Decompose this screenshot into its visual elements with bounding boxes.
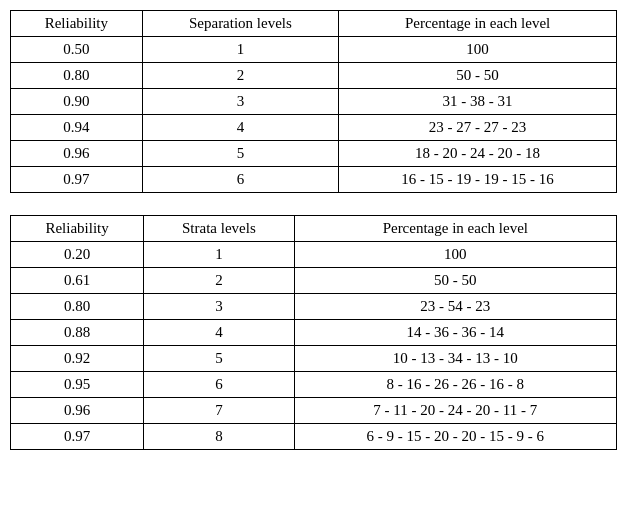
reliability-cell: 0.20 bbox=[11, 242, 144, 268]
table1-header-separation: Separation levels bbox=[142, 11, 339, 37]
percentage-cell: 23 - 27 - 27 - 23 bbox=[339, 115, 617, 141]
percentage-cell: 7 - 11 - 20 - 24 - 20 - 11 - 7 bbox=[294, 398, 616, 424]
table-gap bbox=[10, 203, 617, 215]
table-row: 0.201100 bbox=[11, 242, 617, 268]
table-row: 0.80250 - 50 bbox=[11, 63, 617, 89]
table-row: 0.9677 - 11 - 20 - 24 - 20 - 11 - 7 bbox=[11, 398, 617, 424]
levels-cell: 2 bbox=[142, 63, 339, 89]
levels-cell: 1 bbox=[142, 37, 339, 63]
percentage-cell: 10 - 13 - 34 - 13 - 10 bbox=[294, 346, 616, 372]
table-row: 0.61250 - 50 bbox=[11, 268, 617, 294]
levels-cell: 5 bbox=[142, 141, 339, 167]
reliability-cell: 0.61 bbox=[11, 268, 144, 294]
table-row: 0.80323 - 54 - 23 bbox=[11, 294, 617, 320]
reliability-cell: 0.95 bbox=[11, 372, 144, 398]
percentage-cell: 16 - 15 - 19 - 19 - 15 - 16 bbox=[339, 167, 617, 193]
percentage-cell: 31 - 38 - 31 bbox=[339, 89, 617, 115]
levels-cell: 6 bbox=[144, 372, 294, 398]
levels-cell: 5 bbox=[144, 346, 294, 372]
reliability-cell: 0.88 bbox=[11, 320, 144, 346]
reliability-cell: 0.96 bbox=[11, 141, 143, 167]
reliability-cell: 0.97 bbox=[11, 167, 143, 193]
table2-header-reliability: Reliability bbox=[11, 216, 144, 242]
levels-cell: 2 bbox=[144, 268, 294, 294]
table2-header-percentage: Percentage in each level bbox=[294, 216, 616, 242]
reliability-cell: 0.94 bbox=[11, 115, 143, 141]
levels-cell: 3 bbox=[144, 294, 294, 320]
percentage-cell: 50 - 50 bbox=[294, 268, 616, 294]
reliability-cell: 0.50 bbox=[11, 37, 143, 63]
reliability-cell: 0.90 bbox=[11, 89, 143, 115]
levels-cell: 7 bbox=[144, 398, 294, 424]
reliability-cell: 0.96 bbox=[11, 398, 144, 424]
levels-cell: 1 bbox=[144, 242, 294, 268]
table-row: 0.9568 - 16 - 26 - 26 - 16 - 8 bbox=[11, 372, 617, 398]
percentage-cell: 6 - 9 - 15 - 20 - 20 - 15 - 9 - 6 bbox=[294, 424, 616, 450]
table-row: 0.9786 - 9 - 15 - 20 - 20 - 15 - 9 - 6 bbox=[11, 424, 617, 450]
table-row: 0.96518 - 20 - 24 - 20 - 18 bbox=[11, 141, 617, 167]
percentage-cell: 50 - 50 bbox=[339, 63, 617, 89]
separation-table: Reliability Separation levels Percentage… bbox=[10, 10, 617, 193]
table-row: 0.501100 bbox=[11, 37, 617, 63]
percentage-cell: 8 - 16 - 26 - 26 - 16 - 8 bbox=[294, 372, 616, 398]
levels-cell: 3 bbox=[142, 89, 339, 115]
strata-table: Reliability Strata levels Percentage in … bbox=[10, 215, 617, 450]
table1-header-percentage: Percentage in each level bbox=[339, 11, 617, 37]
reliability-cell: 0.80 bbox=[11, 63, 143, 89]
table-row: 0.90331 - 38 - 31 bbox=[11, 89, 617, 115]
reliability-cell: 0.97 bbox=[11, 424, 144, 450]
reliability-cell: 0.80 bbox=[11, 294, 144, 320]
levels-cell: 4 bbox=[142, 115, 339, 141]
reliability-cell: 0.92 bbox=[11, 346, 144, 372]
table-row: 0.92510 - 13 - 34 - 13 - 10 bbox=[11, 346, 617, 372]
main-container: Reliability Separation levels Percentage… bbox=[10, 10, 617, 460]
table-row: 0.97616 - 15 - 19 - 19 - 15 - 16 bbox=[11, 167, 617, 193]
levels-cell: 6 bbox=[142, 167, 339, 193]
table2-header-strata: Strata levels bbox=[144, 216, 294, 242]
levels-cell: 8 bbox=[144, 424, 294, 450]
percentage-cell: 23 - 54 - 23 bbox=[294, 294, 616, 320]
levels-cell: 4 bbox=[144, 320, 294, 346]
table1-header-reliability: Reliability bbox=[11, 11, 143, 37]
percentage-cell: 14 - 36 - 36 - 14 bbox=[294, 320, 616, 346]
percentage-cell: 100 bbox=[339, 37, 617, 63]
table-row: 0.88414 - 36 - 36 - 14 bbox=[11, 320, 617, 346]
percentage-cell: 100 bbox=[294, 242, 616, 268]
table-row: 0.94423 - 27 - 27 - 23 bbox=[11, 115, 617, 141]
percentage-cell: 18 - 20 - 24 - 20 - 18 bbox=[339, 141, 617, 167]
